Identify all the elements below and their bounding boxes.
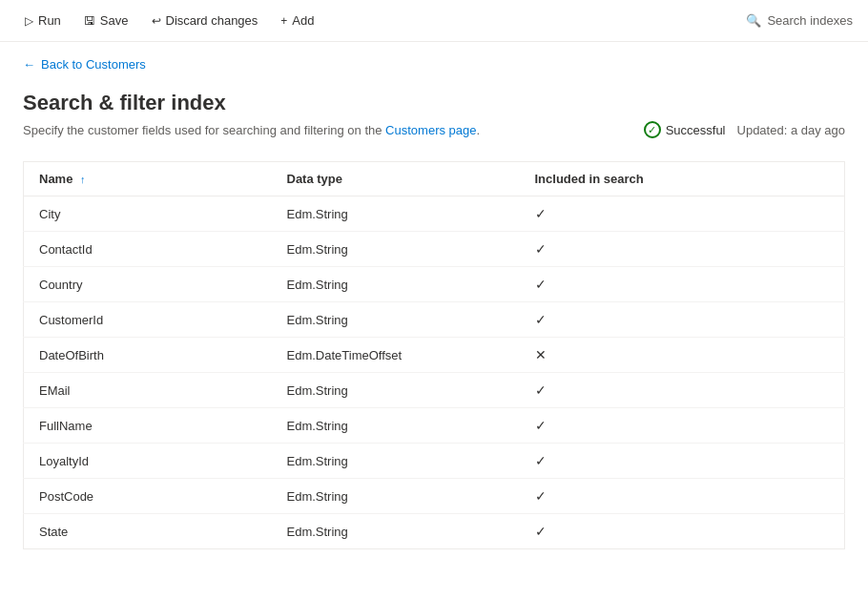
included-check-icon: ✓ <box>535 524 547 539</box>
cell-name: PostCode <box>24 479 272 514</box>
included-check-icon: ✓ <box>535 382 547 398</box>
discard-button[interactable]: ↩ Discard changes <box>142 8 268 33</box>
cell-name: CustomerId <box>24 302 272 338</box>
table-row: PostCodeEdm.String✓ <box>24 479 845 514</box>
name-column-header[interactable]: Name ↑ <box>24 162 272 196</box>
included-check-icon: ✓ <box>535 312 547 327</box>
back-to-customers-link[interactable]: ← Back to Customers <box>23 57 845 72</box>
cell-datatype: Edm.String <box>272 267 520 302</box>
included-check-icon: ✓ <box>535 241 547 257</box>
back-link-label: Back to Customers <box>41 57 146 72</box>
table-row: EMailEdm.String✓ <box>24 373 845 408</box>
cell-datatype: Edm.String <box>272 479 520 514</box>
cell-included: ✓ <box>520 373 845 408</box>
cell-datatype: Edm.String <box>272 408 520 444</box>
cell-datatype: Edm.String <box>272 373 520 408</box>
page-description: Specify the customer fields used for sea… <box>23 123 480 137</box>
table-row: CityEdm.String✓ <box>24 196 845 232</box>
table-row: LoyaltyIdEdm.String✓ <box>24 444 845 479</box>
cell-included: ✓ <box>520 196 845 232</box>
included-column-header: Included in search <box>520 162 845 196</box>
table-row: FullNameEdm.String✓ <box>24 408 845 444</box>
cell-name: City <box>24 196 272 232</box>
table-row: StateEdm.String✓ <box>24 514 845 549</box>
save-label: Save <box>100 13 129 28</box>
cell-datatype: Edm.String <box>272 196 520 232</box>
save-icon: 🖫 <box>84 14 95 28</box>
cell-included: ✓ <box>520 444 845 479</box>
table-row: CustomerIdEdm.String✓ <box>24 302 845 338</box>
table-header: Name ↑ Data type Included in search <box>24 162 845 196</box>
table-row: DateOfBirthEdm.DateTimeOffset✕ <box>24 338 845 373</box>
run-icon: ▷ <box>25 14 33 28</box>
success-check-circle-icon: ✓ <box>644 121 661 138</box>
status-success: ✓ Successful <box>644 121 726 138</box>
included-check-icon: ✓ <box>535 277 547 292</box>
cell-name: ContactId <box>24 232 272 267</box>
search-filter-table: Name ↑ Data type Included in search City… <box>23 161 845 549</box>
add-label: Add <box>292 13 314 28</box>
cell-datatype: Edm.String <box>272 232 520 267</box>
table-row: CountryEdm.String✓ <box>24 267 845 302</box>
cell-datatype: Edm.String <box>272 514 520 549</box>
included-check-icon: ✓ <box>535 488 547 504</box>
description-row: Specify the customer fields used for sea… <box>23 121 845 138</box>
add-button[interactable]: + Add <box>271 8 323 33</box>
cell-included: ✓ <box>520 302 845 338</box>
cell-included: ✓ <box>520 514 845 549</box>
cell-name: LoyaltyId <box>24 444 272 479</box>
back-arrow-icon: ← <box>23 57 35 72</box>
save-button[interactable]: 🖫 Save <box>74 8 138 33</box>
cell-included: ✓ <box>520 479 845 514</box>
included-check-icon: ✓ <box>535 418 547 433</box>
content-area: ← Back to Customers Search & filter inde… <box>0 42 868 599</box>
run-button[interactable]: ▷ Run <box>15 8 71 33</box>
included-x-icon: ✕ <box>535 347 547 362</box>
status-label: Successful <box>666 123 726 137</box>
cell-name: DateOfBirth <box>24 338 272 373</box>
cell-datatype: Edm.DateTimeOffset <box>272 338 520 373</box>
page-title: Search & filter index <box>23 91 845 115</box>
name-sort-icon: ↑ <box>80 174 86 185</box>
add-icon: + <box>280 14 287 28</box>
toolbar: ▷ Run 🖫 Save ↩ Discard changes + Add 🔍 S… <box>0 0 868 42</box>
included-check-icon: ✓ <box>535 206 547 221</box>
updated-text: Updated: a day ago <box>737 123 845 137</box>
cell-name: EMail <box>24 373 272 408</box>
datatype-column-header: Data type <box>272 162 520 196</box>
cell-included: ✓ <box>520 267 845 302</box>
discard-icon: ↩ <box>152 14 161 28</box>
discard-label: Discard changes <box>166 13 258 28</box>
table-row: ContactIdEdm.String✓ <box>24 232 845 267</box>
cell-name: FullName <box>24 408 272 444</box>
search-area: 🔍 Search indexes <box>746 13 853 28</box>
included-check-icon: ✓ <box>535 453 547 468</box>
cell-included: ✕ <box>520 338 845 373</box>
cell-datatype: Edm.String <box>272 302 520 338</box>
cell-datatype: Edm.String <box>272 444 520 479</box>
search-indexes-label[interactable]: Search indexes <box>767 13 853 28</box>
search-icon: 🔍 <box>746 13 761 28</box>
customers-page-link[interactable]: Customers page <box>385 123 476 137</box>
cell-name: State <box>24 514 272 549</box>
cell-name: Country <box>24 267 272 302</box>
cell-included: ✓ <box>520 408 845 444</box>
cell-included: ✓ <box>520 232 845 267</box>
status-area: ✓ Successful Updated: a day ago <box>644 121 845 138</box>
run-label: Run <box>38 13 61 28</box>
table-body: CityEdm.String✓ContactIdEdm.String✓Count… <box>24 196 845 549</box>
